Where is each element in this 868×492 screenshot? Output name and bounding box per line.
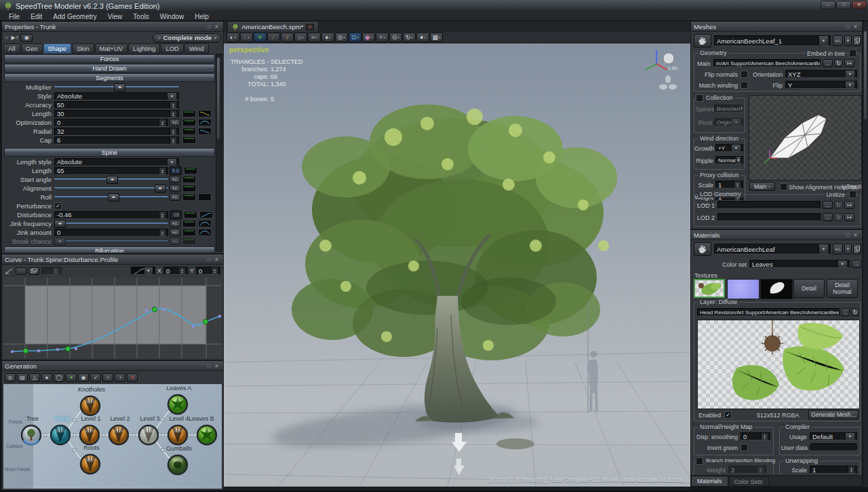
float-panel-icon[interactable] [844,24,852,30]
duplicate-mesh-icon[interactable] [853,35,861,46]
variance-curve-thumb[interactable] [199,211,213,219]
profile-curve-thumb[interactable] [184,211,197,219]
diffuse-texture-preview[interactable] [697,320,860,409]
optimization-input[interactable]: 0 [54,119,168,127]
length-style-dropdown[interactable]: Absolute [54,158,179,166]
focus-icon[interactable]: ◎ [5,373,16,382]
spinner-icon[interactable] [734,181,741,188]
disp-smoothing-input[interactable]: 0 [741,432,770,440]
diffuse-path-field[interactable]: Head Revision/Art Support/American Beech… [697,308,840,316]
plus-minus-button[interactable]: +/- [170,238,180,245]
show-canopy-icon[interactable]: ⌂▾ [294,33,307,42]
wind-preview-icon[interactable]: ≈▾ [308,33,321,42]
collection-checkbox[interactable] [696,94,703,102]
show-branches-icon[interactable]: Y [281,33,294,42]
plus-minus-button[interactable]: +/- [170,176,180,183]
spinner-icon[interactable] [757,466,764,473]
pivot-dropdown[interactable]: Origin [714,118,743,126]
close-icon[interactable]: ✕ [852,1,867,10]
detail-texture-button[interactable]: Detail [793,279,825,298]
mesh-select-dropdown[interactable]: AmericanBeechLeaf_1 [714,35,831,46]
menu-tools[interactable]: Tools [128,13,153,20]
spinner-icon[interactable] [170,102,176,109]
spinner-icon[interactable] [170,128,176,135]
flip-normals-checkbox[interactable] [741,71,748,78]
tab-color-sets[interactable]: Color Sets [728,476,769,486]
profile-curve-thumb[interactable] [184,167,197,174]
history-icon[interactable]: ◔ [115,373,125,382]
ring-icon[interactable]: ◯ [54,373,64,382]
profile-curve-thumb[interactable] [182,119,196,126]
browse-button[interactable]: ... [841,308,850,316]
radial-input[interactable]: 32 [54,128,179,136]
perturbance-checkbox[interactable] [54,202,62,210]
disturbance-input[interactable]: -0.46 [54,211,168,219]
section-hand-drawn[interactable]: Hand Drawn [4,64,215,73]
embed-checkbox[interactable] [849,50,856,57]
multiplier-slider[interactable] [54,83,179,91]
jink-frequency-slider[interactable] [54,220,168,227]
lod2-path-field[interactable] [717,213,821,221]
hand-drag-icon[interactable] [694,34,711,48]
magnet-tool-icon[interactable]: Ω▾ [349,33,361,42]
unwrap-scale-input[interactable]: 1 [810,466,857,474]
ball-tool-icon[interactable]: ◉▾ [362,33,375,42]
spinner-icon[interactable] [159,168,165,174]
style-dropdown[interactable]: Absolute [54,92,179,100]
profile-curve-thumb[interactable] [182,229,196,236]
spinner-icon[interactable] [159,212,165,219]
value-badge[interactable]: .05 [170,210,182,219]
menu-view[interactable]: View [103,13,127,20]
tab-wind[interactable]: Wind [184,43,209,54]
curve-copy-button[interactable] [28,267,39,275]
section-forces[interactable]: Forces [4,54,215,63]
document-tab[interactable]: AmericanBeech.spm* ✕ [227,21,319,32]
spinner-icon[interactable] [170,111,176,117]
leaf-fan-icon[interactable]: ✶ [66,373,77,382]
jink-amount-input[interactable]: 0 [54,229,168,237]
spinner-icon[interactable] [52,267,59,274]
spine-length-input[interactable]: 65 [54,167,168,175]
material-select-dropdown[interactable]: AmericanBeechLeaf [714,244,831,254]
float-panel-icon[interactable] [205,257,213,263]
float-panel-icon[interactable] [205,363,213,369]
variance-curve-thumb[interactable] [198,110,212,117]
detail-normal-texture-button[interactable]: Detail Normal [827,279,858,298]
node-leaves-b[interactable]: Leaves B [180,415,222,422]
accuracy-input[interactable]: 50 [54,101,179,109]
tab-lighting[interactable]: Lighting [128,43,160,54]
transform-tool-icon[interactable]: +▾ [376,33,389,42]
enabled-checkbox[interactable] [724,411,732,419]
plus-minus-button[interactable]: +/- [170,185,180,192]
spinner-icon[interactable] [170,137,176,144]
start-angle-slider[interactable] [54,176,168,183]
add-material-button[interactable]: + [844,244,852,254]
minimize-icon[interactable]: – [821,1,835,10]
length-input[interactable]: 30 [54,110,179,118]
tab-all[interactable]: All [3,43,20,54]
spinner-icon[interactable] [159,119,165,126]
rotate-view-icon[interactable]: ↻▾ [403,33,416,42]
profile-curve-thumb[interactable] [182,136,196,144]
node-gumballs[interactable]: Gumballs [157,445,201,452]
reload-icon[interactable]: ↻ [834,59,843,67]
profile-curve-thumb[interactable] [182,110,196,117]
check-icon[interactable]: ✓ [90,373,101,382]
properties-scrollbar[interactable] [216,54,222,252]
profile-curve-thumb[interactable] [182,193,196,201]
sphere-icon[interactable]: ● [41,373,52,382]
browse-button[interactable]: ... [823,213,833,221]
layout-panels-icon[interactable]: ▦▾ [430,33,443,42]
variance-curve-thumb[interactable] [198,193,212,201]
alignment-slider[interactable] [54,185,168,192]
normal-texture-thumb[interactable] [727,279,760,299]
lock-icon[interactable]: ∩ [102,373,113,382]
usage-dropdown[interactable]: Default [810,432,857,440]
prune-tool-icon[interactable]: ♦▾ [321,33,334,42]
profile-curve-thumb[interactable] [182,176,196,183]
close-panel-icon[interactable] [852,232,859,238]
branch-intersection-checkbox[interactable] [696,457,703,465]
delete-node-icon[interactable]: ✕ [127,373,138,382]
eye-icon[interactable]: ◉ [20,34,33,42]
viewport-3d[interactable]: perspective TRIANGLES - SELECTED branche… [224,43,690,487]
